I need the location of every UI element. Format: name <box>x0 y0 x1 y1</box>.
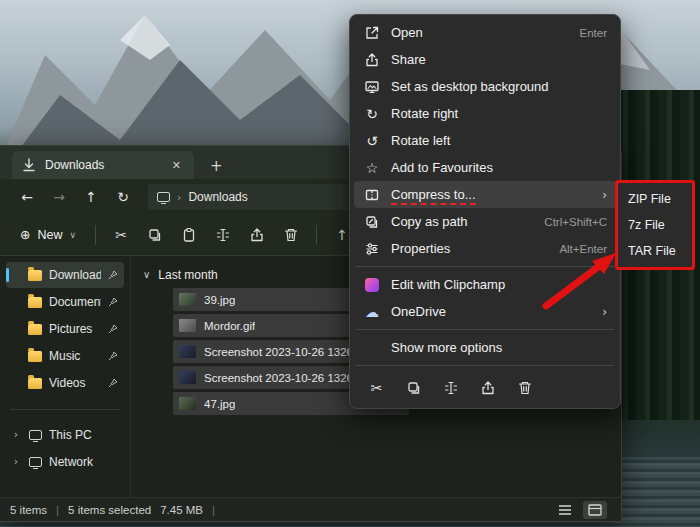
up-icon[interactable]: ↑ <box>78 184 104 210</box>
pin-icon <box>108 297 118 307</box>
status-bar: 5 items | 5 items selected 7.45 MB | <box>0 497 621 521</box>
submenu-chevron-icon: › <box>602 189 607 201</box>
share-icon[interactable] <box>241 220 273 250</box>
sidebar-item-label: This PC <box>49 428 118 442</box>
cut-icon[interactable]: ✂ <box>360 374 393 402</box>
rename-icon[interactable] <box>207 220 239 250</box>
new-tab-button[interactable]: + <box>204 159 229 174</box>
sidebar-item-label: Videos <box>49 376 101 390</box>
tree-chevron-icon[interactable]: › <box>10 457 22 467</box>
sidebar-item-music[interactable]: Music <box>6 343 124 369</box>
delete-icon[interactable] <box>275 220 307 250</box>
copy-as-path-icon <box>363 214 381 230</box>
onedrive-cloud-icon: ☁ <box>363 305 381 319</box>
rotate-right-icon: ↻ <box>363 107 381 121</box>
new-button[interactable]: ⊕ New ∨ <box>10 223 86 247</box>
copy-icon[interactable] <box>397 374 430 402</box>
menu-item-compress-to[interactable]: Compress to... › <box>354 181 616 208</box>
breadcrumb-path[interactable]: Downloads <box>188 190 247 204</box>
menu-item-open[interactable]: Open Enter <box>354 19 616 46</box>
share-icon[interactable] <box>471 374 504 402</box>
pin-icon <box>108 351 118 361</box>
menu-item-add-to-favourites[interactable]: ☆ Add to Favourites <box>354 154 616 181</box>
selection-size: 7.45 MB <box>160 504 203 516</box>
details-view-icon[interactable] <box>553 501 577 519</box>
sidebar-item-this-pc[interactable]: › This PC <box>6 422 124 448</box>
sidebar-item-label: Downloads <box>49 268 101 282</box>
large-icons-view-icon[interactable] <box>583 501 607 519</box>
menu-item-label: Rotate left <box>391 133 607 148</box>
refresh-icon[interactable]: ↻ <box>110 184 136 210</box>
annotation-arrow <box>540 246 625 312</box>
menu-item-shortcut: Enter <box>580 27 608 39</box>
menu-item-share[interactable]: Share <box>354 46 616 73</box>
selection-summary: 5 items selected <box>68 504 151 516</box>
tree-chevron-icon[interactable]: › <box>10 430 22 440</box>
menu-item-label: Rotate right <box>391 106 607 121</box>
new-button-label: New <box>37 228 62 242</box>
sidebar-item-pictures[interactable]: Pictures <box>6 316 124 342</box>
sidebar-item-documents[interactable]: Documents <box>6 289 124 315</box>
sidebar-item-network[interactable]: › Network <box>6 449 124 475</box>
clipchamp-icon <box>363 278 381 292</box>
paste-icon[interactable] <box>173 220 205 250</box>
menu-item-copy-as-path[interactable]: Copy as path Ctrl+Shift+C <box>354 208 616 235</box>
chevron-down-icon: ∨ <box>70 231 77 240</box>
menu-item-rotate-right[interactable]: ↻ Rotate right <box>354 100 616 127</box>
menu-item-label: Open <box>391 25 570 40</box>
collapse-chevron-icon[interactable]: ∨ <box>143 270 150 280</box>
image-thumbnail <box>179 371 196 384</box>
menu-divider <box>356 329 614 330</box>
view-toggles <box>553 501 611 519</box>
status-divider: | <box>212 504 215 516</box>
image-thumbnail <box>179 319 196 332</box>
forward-icon[interactable]: → <box>46 184 72 210</box>
properties-icon <box>363 241 381 257</box>
menu-item-label: Set as desktop background <box>391 79 607 94</box>
pin-icon <box>108 324 118 334</box>
submenu-item-tar-file[interactable]: TAR File <box>622 238 688 264</box>
file-name: Mordor.gif <box>204 320 255 332</box>
menu-item-shortcut: Ctrl+Shift+C <box>544 216 607 228</box>
menu-divider <box>356 365 614 366</box>
sidebar-divider <box>10 409 120 410</box>
submenu-item-zip-file[interactable]: ZIP File <box>622 186 688 212</box>
download-icon <box>21 157 37 173</box>
breadcrumb-chevron-icon: › <box>177 192 181 203</box>
compress-icon <box>363 187 381 203</box>
this-pc-icon <box>29 430 42 440</box>
compress-submenu: ZIP File 7z File TAR File <box>615 180 695 270</box>
sidebar-item-label: Music <box>49 349 101 363</box>
favourite-star-icon: ☆ <box>363 161 381 175</box>
menu-item-set-desktop-background[interactable]: Set as desktop background <box>354 73 616 100</box>
this-pc-icon <box>157 192 170 202</box>
open-icon <box>363 25 381 41</box>
back-icon[interactable]: ← <box>14 184 40 210</box>
menu-item-rotate-left[interactable]: ↺ Rotate left <box>354 127 616 154</box>
menu-item-show-more-options[interactable]: Show more options <box>354 334 616 361</box>
menu-item-label: Share <box>391 52 607 67</box>
rename-icon[interactable] <box>434 374 467 402</box>
file-name: 47.jpg <box>204 398 235 410</box>
cut-icon[interactable]: ✂ <box>105 220 137 250</box>
pin-icon <box>108 378 118 388</box>
folder-icon <box>28 324 42 335</box>
sidebar-item-label: Documents <box>49 295 101 309</box>
delete-icon[interactable] <box>508 374 541 402</box>
item-count: 5 items <box>10 504 47 516</box>
sidebar-item-videos[interactable]: Videos <box>6 370 124 396</box>
submenu-item-7z-file[interactable]: 7z File <box>622 212 688 238</box>
tab-downloads[interactable]: Downloads ✕ <box>12 151 194 179</box>
tab-title: Downloads <box>45 158 160 172</box>
network-icon <box>29 457 42 467</box>
group-label: Last month <box>158 268 217 282</box>
image-thumbnail <box>179 293 196 306</box>
status-divider: | <box>56 504 59 516</box>
copy-icon[interactable] <box>139 220 171 250</box>
tab-close-icon[interactable]: ✕ <box>168 159 185 172</box>
folder-icon <box>28 351 42 362</box>
folder-icon <box>28 297 42 308</box>
menu-item-label: Copy as path <box>391 214 534 229</box>
sidebar-item-label: Network <box>49 455 118 469</box>
sidebar-item-downloads[interactable]: Downloads <box>6 262 124 288</box>
